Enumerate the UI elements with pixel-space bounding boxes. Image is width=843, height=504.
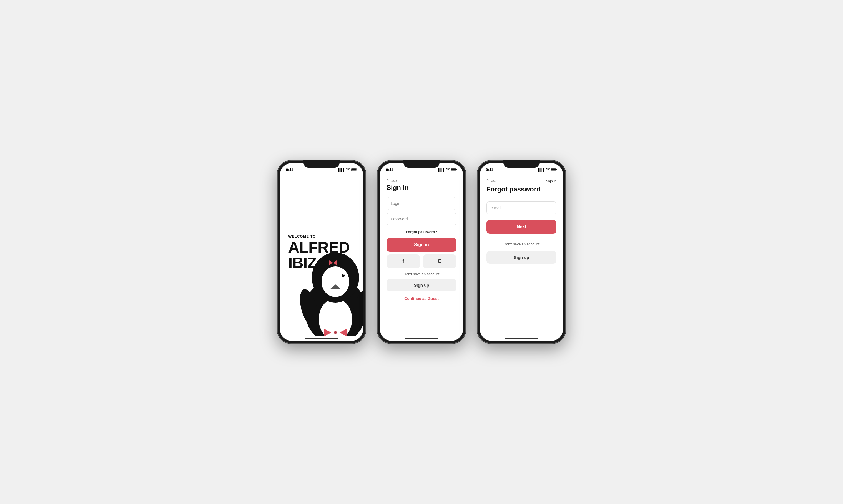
status-icons-1: ▌▌▌ xyxy=(338,168,357,172)
brand-ibiza: IBIZA xyxy=(288,255,350,271)
phone-forgot-password: 9:41 ▌▌▌ Please, Sign In Forgot password… xyxy=(477,160,566,344)
welcome-screen: WELCOME TO ALFRED IBIZA xyxy=(280,174,363,336)
welcome-label: WELCOME TO xyxy=(288,234,350,238)
svg-point-11 xyxy=(344,274,345,275)
bowtie-icon xyxy=(329,260,337,266)
no-account-text-2: Don't have an account xyxy=(387,272,456,276)
signal-icon: ▌▌▌ xyxy=(338,168,345,171)
social-buttons: f G xyxy=(387,254,456,268)
signal-icon-3: ▌▌▌ xyxy=(539,168,545,171)
svg-rect-1 xyxy=(351,168,356,170)
status-icons-3: ▌▌▌ xyxy=(539,168,557,172)
wifi-icon-2 xyxy=(446,168,450,172)
svg-point-4 xyxy=(332,262,333,264)
phone-notch-3 xyxy=(504,160,540,168)
signin-title: Sign In xyxy=(387,184,456,192)
svg-marker-2 xyxy=(329,260,332,266)
phone-notch-2 xyxy=(403,160,440,168)
brand-alfred: ALFRED xyxy=(288,239,350,255)
status-time-1: 9:41 xyxy=(286,168,293,172)
status-time-2: 9:41 xyxy=(386,168,393,172)
signup-button-3[interactable]: Sign up xyxy=(487,251,557,264)
svg-rect-20 xyxy=(551,168,556,170)
forgot-screen: Please, Sign In Forgot password Next Don… xyxy=(480,174,563,336)
svg-rect-18 xyxy=(451,168,456,170)
signup-button-2[interactable]: Sign up xyxy=(387,279,456,291)
battery-icon-2 xyxy=(451,168,457,172)
email-input[interactable] xyxy=(487,201,557,214)
next-button[interactable]: Next xyxy=(487,220,557,234)
please-label-3: Please, xyxy=(487,179,497,183)
login-input[interactable] xyxy=(387,197,456,210)
guest-link[interactable]: Continue as Guest xyxy=(387,296,456,301)
facebook-button[interactable]: f xyxy=(387,254,420,268)
svg-marker-3 xyxy=(333,260,337,266)
status-time-3: 9:41 xyxy=(486,168,493,172)
home-indicator-2 xyxy=(405,338,438,339)
no-account-text-3: Don't have an account xyxy=(487,242,557,246)
battery-icon xyxy=(351,168,357,172)
signal-icon-2: ▌▌▌ xyxy=(438,168,445,171)
forgot-title: Forgot password xyxy=(487,185,557,193)
phone-signin: 9:41 ▌▌▌ Please, Sign In Forgot password… xyxy=(377,160,466,344)
wifi-icon-3 xyxy=(546,168,550,172)
forgot-password-link[interactable]: Forgot password? xyxy=(387,230,456,234)
signin-screen: Please, Sign In Forgot password? Sign in… xyxy=(380,174,463,336)
google-button[interactable]: G xyxy=(423,254,456,268)
password-input[interactable] xyxy=(387,213,456,226)
nav-signin-link[interactable]: Sign In xyxy=(546,179,557,183)
wifi-icon xyxy=(346,168,350,172)
status-icons-2: ▌▌▌ xyxy=(438,168,457,172)
battery-icon-3 xyxy=(551,168,557,172)
signin-button[interactable]: Sign in xyxy=(387,238,456,252)
svg-point-16 xyxy=(334,331,337,334)
please-label-2: Please, xyxy=(387,179,456,183)
phone-notch xyxy=(303,160,339,168)
home-indicator-1 xyxy=(305,338,338,339)
top-nav: Please, Sign In xyxy=(487,179,557,184)
home-indicator-3 xyxy=(505,338,538,339)
phone-welcome: 9:41 ▌▌▌ WELCOME TO ALFRED IBIZA xyxy=(277,160,366,344)
